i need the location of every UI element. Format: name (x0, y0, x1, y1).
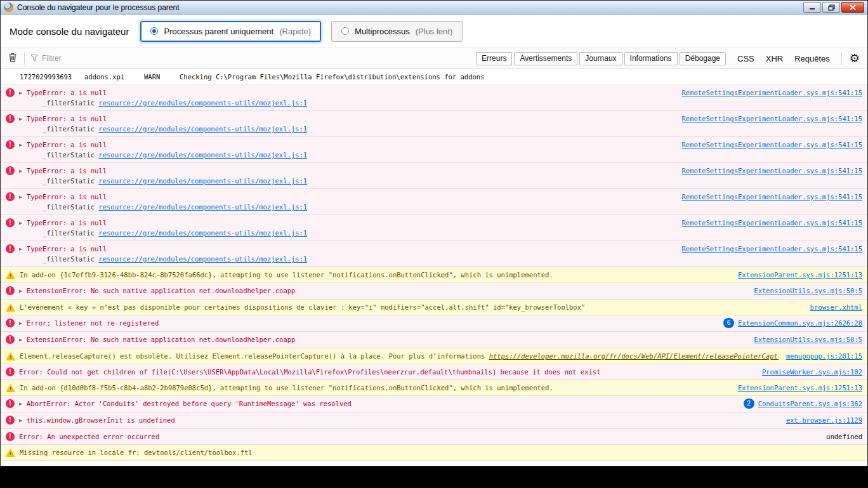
log-row[interactable]: !▶this.window.gBrowserInit is undefinede… (1, 412, 867, 429)
log-message: Error: listener not re-registered (27, 318, 716, 328)
log-row[interactable]: !Element.releaseCapture() est obsolète. … (1, 348, 867, 364)
expand-arrow-icon[interactable]: ▶ (19, 88, 22, 98)
stack-frame: _filterStatic resource://gre/modules/com… (27, 176, 674, 186)
source-location-link[interactable]: ExtensionCommon.sys.mjs:2626:28 (738, 318, 862, 328)
filter-placeholder: Filtrer (42, 54, 62, 63)
expand-arrow-icon[interactable]: ▶ (19, 218, 22, 228)
expand-arrow-icon[interactable]: ▶ (19, 244, 22, 254)
warning-icon: ! (6, 352, 15, 360)
expand-arrow-icon[interactable]: ▶ (19, 335, 22, 345)
log-row[interactable]: !▶TypeError: a is null_filterStatic reso… (1, 137, 867, 163)
log-message: TypeError: a is null_filterStatic resour… (27, 114, 674, 134)
stack-source-link[interactable]: resource://gre/modules/components-utils/… (98, 203, 307, 211)
row-right-group: ExtensionUtils.sys.mjs:50:5 (746, 334, 862, 345)
log-row[interactable]: !Error: Could not get children of file(C… (1, 364, 867, 380)
expand-arrow-icon[interactable]: ▶ (19, 416, 22, 426)
log-row[interactable]: !▶TypeError: a is null_filterStatic reso… (1, 111, 867, 137)
log-row[interactable]: !▶TypeError: a is null_filterStatic reso… (1, 189, 867, 215)
log-row[interactable]: !In add-on {1c7effb9-3126-48bb-824c-8b75… (1, 267, 867, 283)
log-timestamp: 1727029993693 (20, 72, 84, 82)
log-category: addons.xpi (84, 72, 144, 82)
log-row[interactable]: !▶AbortError: Actor 'Conduits' destroyed… (1, 396, 867, 412)
expand-arrow-icon[interactable]: ▶ (19, 140, 22, 150)
restore-button[interactable] (822, 2, 840, 13)
source-location-link[interactable]: RemoteSettingsExperimentLoader.sys.mjs:5… (682, 166, 862, 176)
source-location-link[interactable]: ExtensionParent.sys.mjs:1251:13 (738, 270, 862, 280)
source-location-link[interactable]: ConduitsParent.sys.mjs:362 (758, 399, 862, 409)
source-location-link[interactable]: ExtensionUtils.sys.mjs:50:5 (754, 286, 862, 296)
settings-gear-icon[interactable]: ⚙ (848, 53, 861, 64)
warning-icon: ! (6, 384, 15, 392)
close-button[interactable] (841, 2, 864, 13)
source-location-link[interactable]: PromiseWorker.sys.mjs:102 (762, 367, 862, 377)
source-location-link[interactable]: RemoteSettingsExperimentLoader.sys.mjs:5… (682, 114, 862, 124)
filter-button-css[interactable]: CSS (737, 54, 754, 63)
clear-console-button[interactable] (7, 51, 18, 65)
log-row[interactable]: !▶Error: listener not re-registered6Exte… (1, 315, 867, 332)
log-row[interactable]: !▶TypeError: a is null_filterStatic reso… (1, 163, 867, 189)
stack-source-link[interactable]: resource://gre/modules/components-utils/… (98, 255, 307, 263)
source-location-link[interactable]: menupopup.js:201:15 (786, 351, 862, 361)
expand-arrow-icon[interactable]: ▶ (19, 114, 22, 124)
stack-function-name: _filterStatic (43, 229, 95, 237)
source-location-link[interactable]: RemoteSettingsExperimentLoader.sys.mjs:5… (682, 218, 862, 228)
source-location-link[interactable]: RemoteSettingsExperimentLoader.sys.mjs:5… (682, 244, 862, 254)
expand-arrow-icon[interactable]: ▶ (19, 286, 22, 296)
source-location-link[interactable]: RemoteSettingsExperimentLoader.sys.mjs:5… (682, 88, 862, 98)
stack-source-link[interactable]: resource://gre/modules/components-utils/… (98, 177, 307, 185)
log-row[interactable]: !▶ExtensionError: No such native applica… (1, 332, 867, 348)
filter-funnel-icon (30, 54, 38, 63)
mode-option-0[interactable]: Processus parent uniquement(Rapide) (140, 21, 321, 42)
log-row[interactable]: !▶TypeError: a is null_filterStatic reso… (1, 215, 867, 241)
message-link[interactable]: https://developer.mozilla.org/fr/docs/We… (489, 352, 779, 360)
log-row[interactable]: 1727029993693addons.xpiWARNChecking C:\P… (1, 69, 867, 85)
source-location-link[interactable]: ExtensionParent.sys.mjs:1251:13 (738, 383, 862, 393)
filter-button-avertissements[interactable]: Avertissements (514, 52, 577, 65)
log-message: Element.releaseCapture() est obsolète. U… (20, 351, 779, 361)
filter-button-journaux[interactable]: Journaux (579, 52, 622, 65)
row-right-group: 2ConduitsParent.sys.mjs:362 (736, 399, 862, 409)
row-right-group: 6ExtensionCommon.sys.mjs:2626:28 (716, 318, 862, 328)
filter-button-débogage[interactable]: Débogage (680, 52, 726, 65)
stack-source-link[interactable]: resource://gre/modules/components-utils/… (98, 151, 307, 159)
filter-button-requêtes[interactable]: Requêtes (794, 54, 830, 63)
log-row[interactable]: !In add-on {d10d0bf8-f5b5-c8b4-a8b2-2b98… (1, 380, 867, 396)
expand-arrow-icon[interactable]: ▶ (19, 166, 22, 176)
filter-input[interactable]: Filtrer (30, 54, 138, 63)
stack-source-link[interactable]: resource://gre/modules/components-utils/… (98, 99, 307, 107)
log-message: In add-on {1c7effb9-3126-48bb-824c-8b752… (20, 270, 730, 280)
minimize-button[interactable] (803, 2, 821, 13)
log-message: TypeError: a is null_filterStatic resour… (27, 140, 674, 160)
radio-icon (150, 27, 158, 35)
mode-option-1[interactable]: Multiprocessus(Plus lent) (331, 21, 463, 42)
filter-button-erreurs[interactable]: Erreurs (476, 52, 512, 65)
source-location-link[interactable]: RemoteSettingsExperimentLoader.sys.mjs:5… (682, 192, 862, 202)
level-filter-buttons: ErreursAvertissementsJournauxInformation… (476, 52, 726, 65)
log-message: Error: Could not get children of file(C:… (19, 367, 754, 377)
log-row[interactable]: !Error: An unexpected error occurredunde… (1, 429, 867, 445)
log-message: TypeError: a is null_filterStatic resour… (27, 88, 674, 108)
log-row[interactable]: !▶ExtensionError: No such native applica… (1, 283, 867, 300)
log-row[interactable]: !Missing resource in locale fr: devtools… (1, 445, 867, 461)
log-message: Error: An unexpected error occurred (19, 432, 819, 442)
source-location-link[interactable]: ExtensionUtils.sys.mjs:50:5 (754, 334, 862, 345)
titlebar[interactable]: Console du navigateur pour le processus … (1, 1, 867, 15)
log-row[interactable]: !▶TypeError: a is null_filterStatic reso… (1, 85, 867, 111)
expand-arrow-icon[interactable]: ▶ (19, 399, 22, 409)
source-location-link[interactable]: ext-browser.js:1129 (786, 415, 862, 425)
row-right-group: PromiseWorker.sys.mjs:102 (754, 367, 862, 377)
source-location-link[interactable]: browser.xhtml (810, 302, 862, 312)
expand-arrow-icon[interactable]: ▶ (19, 319, 22, 329)
stack-source-link[interactable]: resource://gre/modules/components-utils/… (98, 229, 307, 237)
source-location-link[interactable]: RemoteSettingsExperimentLoader.sys.mjs:5… (682, 140, 862, 150)
filter-button-informations[interactable]: Informations (624, 52, 678, 65)
stack-source-link[interactable]: resource://gre/modules/components-utils/… (98, 125, 307, 133)
log-row[interactable]: !L’évènement « key » n’est pas disponibl… (1, 300, 867, 315)
log-row[interactable]: !▶TypeError: a is null_filterStatic reso… (1, 241, 867, 267)
filter-button-xhr[interactable]: XHR (766, 54, 783, 63)
expand-arrow-icon[interactable]: ▶ (19, 192, 22, 202)
log-message: TypeError: a is null_filterStatic resour… (27, 166, 674, 186)
mode-bar-label: Mode console du navigateur (10, 26, 129, 37)
error-icon: ! (6, 367, 15, 376)
mode-option-hint: (Plus lent) (416, 27, 453, 36)
